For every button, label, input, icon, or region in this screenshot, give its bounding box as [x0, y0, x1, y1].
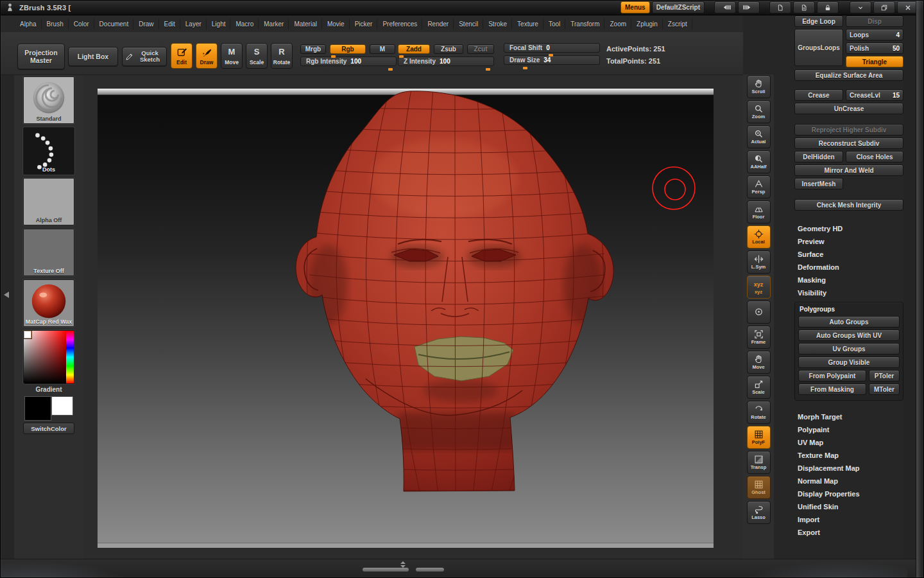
- menu-zplugin[interactable]: Zplugin: [632, 19, 663, 30]
- palette-export[interactable]: Export: [794, 527, 903, 538]
- menu-transform[interactable]: Transform: [566, 19, 604, 30]
- mirror-and-weld-button[interactable]: Mirror And Weld: [794, 164, 903, 176]
- menu-edit[interactable]: Edit: [160, 19, 180, 30]
- projection-master-button[interactable]: Projection Master: [17, 44, 65, 69]
- equalize-surface-area-button[interactable]: Equalize Surface Area: [794, 69, 903, 81]
- menu-render[interactable]: Render: [423, 19, 454, 30]
- draw-mode-button[interactable]: Draw: [196, 43, 218, 69]
- tray-item-switchcolor[interactable]: SwitchColor: [23, 396, 74, 434]
- secondary-color-swatch[interactable]: [51, 396, 73, 416]
- actual-tool-button[interactable]: Actual: [747, 125, 771, 148]
- l-sym-tool-button[interactable]: L.Sym: [747, 250, 771, 274]
- scale-tool-button[interactable]: Scale: [747, 376, 771, 399]
- palette-geometry-hd[interactable]: Geometry HD: [794, 223, 903, 234]
- mrgb-button[interactable]: Mrgb: [300, 44, 326, 54]
- palette-surface[interactable]: Surface: [794, 249, 903, 259]
- h-scrollbar-thumb[interactable]: [416, 568, 444, 572]
- palette-uv-map[interactable]: UV Map: [794, 437, 903, 448]
- palette-import[interactable]: Import: [794, 514, 903, 525]
- palette-normal-map[interactable]: Normal Map: [794, 476, 903, 486]
- ptoler-button[interactable]: PToler: [869, 370, 900, 381]
- persp-tool-button[interactable]: Persp: [747, 175, 771, 198]
- tray-item-colorpicker[interactable]: Gradient: [23, 330, 74, 393]
- undo-history-forward-button[interactable]: [738, 1, 760, 13]
- current-color-swatch[interactable]: [24, 331, 31, 338]
- uncrease-button[interactable]: UnCrease: [794, 103, 903, 114]
- move-tool-button[interactable]: Move: [747, 351, 771, 374]
- auto-groups-with-uv-button[interactable]: Auto Groups With UV: [798, 329, 900, 341]
- auto-groups-button[interactable]: Auto Groups: [798, 316, 900, 328]
- palette-morph-target[interactable]: Morph Target: [794, 412, 903, 422]
- reconstruct-subdiv-button[interactable]: Reconstruct Subdiv: [794, 137, 903, 149]
- menu-stroke[interactable]: Stroke: [484, 19, 512, 30]
- move-mode-button[interactable]: MMove: [221, 43, 243, 69]
- menu-marker[interactable]: Marker: [259, 19, 289, 30]
- h-scrollbar-thumb[interactable]: [363, 568, 409, 572]
- menu-light[interactable]: Light: [207, 19, 231, 30]
- edge-loop-button[interactable]: Edge Loop: [794, 15, 843, 27]
- palette-unified-skin[interactable]: Unified Skin: [794, 502, 903, 512]
- material-thumbnail[interactable]: MatCap Red Wax: [23, 279, 74, 327]
- undo-history-back-button[interactable]: [714, 1, 736, 13]
- floor-tool-button[interactable]: Floor: [747, 200, 771, 223]
- transp-tool-button[interactable]: Transp: [747, 451, 771, 474]
- menu-macro[interactable]: Macro: [231, 19, 259, 30]
- zsub-button[interactable]: Zsub: [434, 44, 463, 54]
- subpalette-title[interactable]: Polygroups: [800, 306, 900, 313]
- palette-preview[interactable]: Preview: [794, 236, 903, 247]
- menu-document[interactable]: Document: [95, 19, 134, 30]
- switchcolor-button[interactable]: SwitchColor: [23, 423, 74, 434]
- from-polypaint-button[interactable]: From Polypaint: [798, 370, 866, 381]
- pivot-tool-button[interactable]: [747, 301, 771, 324]
- xyz-tool-button[interactable]: xyzxyz: [747, 276, 771, 299]
- load-doc-button[interactable]: [793, 1, 815, 13]
- palette-polypaint[interactable]: Polypaint: [794, 425, 903, 435]
- rgb-button[interactable]: Rgb: [330, 44, 366, 54]
- store-doc-button[interactable]: [769, 1, 791, 13]
- palette-masking[interactable]: Masking: [794, 275, 903, 285]
- main-color-swatch[interactable]: [24, 396, 51, 421]
- menu-material[interactable]: Material: [289, 19, 322, 30]
- tray-item-alpha[interactable]: Alpha Off: [23, 178, 74, 225]
- m-button[interactable]: M: [370, 44, 395, 54]
- creaselvl-button[interactable]: CreaseLvl15: [846, 89, 903, 101]
- palette-visibility[interactable]: Visibility: [794, 288, 903, 298]
- alpha-thumbnail[interactable]: Alpha Off: [23, 178, 74, 225]
- z-intensity-slider[interactable]: Z Intensity 100: [398, 57, 494, 66]
- check-mesh-integrity-button[interactable]: Check Mesh Integrity: [794, 199, 903, 211]
- brush-thumbnail[interactable]: Standard: [23, 76, 74, 124]
- polyf-tool-button[interactable]: PolyF: [747, 426, 771, 449]
- lock-button[interactable]: [817, 1, 839, 13]
- menu-draw[interactable]: Draw: [134, 19, 158, 30]
- uv-groups-button[interactable]: Uv Groups: [798, 343, 900, 355]
- rgb-intensity-slider[interactable]: Rgb Intensity 100: [300, 57, 397, 66]
- zoom-tool-button[interactable]: Zoom: [747, 100, 771, 123]
- menu-brush[interactable]: Brush: [42, 19, 69, 30]
- scale-mode-button[interactable]: SScale: [246, 43, 268, 69]
- menu-movie[interactable]: Movie: [323, 19, 350, 30]
- stroke-thumbnail[interactable]: Dots: [23, 127, 74, 175]
- mtoler-button[interactable]: MToler: [869, 383, 900, 395]
- groupsloops-button[interactable]: GroupsLoops: [794, 29, 843, 66]
- saturation-square[interactable]: [24, 331, 66, 383]
- sculpt-model[interactable]: [98, 89, 714, 548]
- minimize-button[interactable]: [850, 1, 871, 13]
- crease-button[interactable]: Crease: [794, 89, 843, 101]
- close-holes-button[interactable]: Close Holes: [846, 151, 903, 162]
- scroll-arrows[interactable]: [400, 561, 406, 568]
- window-right-scrollbar[interactable]: [916, 0, 924, 578]
- insertmesh-button[interactable]: InsertMesh: [794, 178, 843, 189]
- menu-color[interactable]: Color: [69, 19, 94, 30]
- menu-alpha[interactable]: Alpha: [15, 19, 42, 30]
- group-visible-button[interactable]: Group Visible: [798, 356, 900, 368]
- edit-mode-button[interactable]: Edit: [171, 43, 193, 69]
- menu-zscript[interactable]: Zscript: [663, 19, 692, 30]
- palette-texture-map[interactable]: Texture Map: [794, 450, 903, 460]
- frame-tool-button[interactable]: Frame: [747, 326, 771, 349]
- default-zscript-button[interactable]: DefaultZScript: [652, 1, 705, 13]
- aahalf-tool-button[interactable]: AAHalf: [747, 150, 771, 173]
- tray-item-brush[interactable]: Standard: [23, 76, 74, 124]
- zadd-button[interactable]: Zadd: [398, 44, 430, 54]
- menu-tool[interactable]: Tool: [544, 19, 565, 30]
- hue-strip[interactable]: [66, 331, 74, 383]
